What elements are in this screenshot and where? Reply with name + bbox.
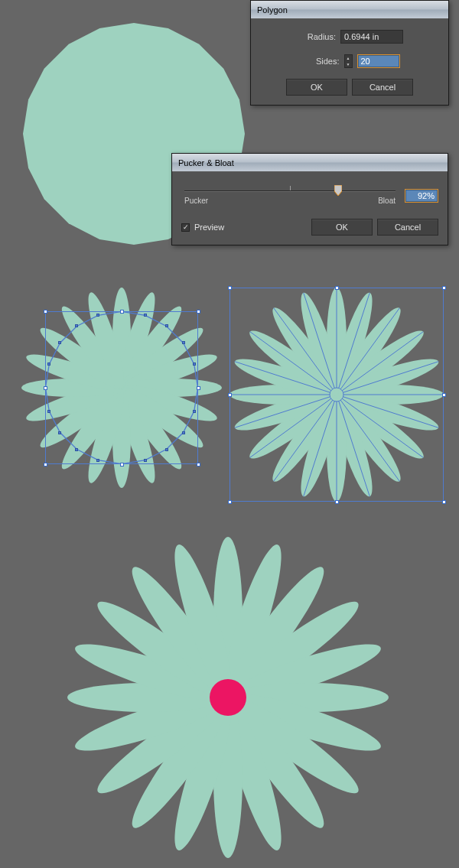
pucker-label: Pucker xyxy=(184,197,208,205)
sides-input[interactable] xyxy=(357,54,400,68)
dialog-titlebar[interactable]: Pucker & Bloat xyxy=(172,154,448,172)
selection-handle[interactable] xyxy=(44,310,47,314)
stepper-up-icon[interactable]: ▲ xyxy=(345,55,352,61)
cancel-button[interactable]: Cancel xyxy=(377,219,438,236)
selection-handle[interactable] xyxy=(228,500,232,504)
anchor-point[interactable] xyxy=(144,459,147,462)
pucker-bloat-dialog: Pucker & Bloat Pucker Bloat ✓ xyxy=(171,153,448,245)
anchor-point[interactable] xyxy=(44,386,47,389)
anchor-point[interactable] xyxy=(144,314,147,317)
anchor-point[interactable] xyxy=(120,463,123,466)
anchor-point[interactable] xyxy=(47,362,50,366)
selection-handle[interactable] xyxy=(228,286,232,290)
anchor-point[interactable] xyxy=(165,448,168,451)
bloat-label: Bloat xyxy=(378,197,396,205)
anchor-point[interactable] xyxy=(165,324,168,327)
anchor-point[interactable] xyxy=(193,410,196,413)
anchor-point[interactable] xyxy=(182,341,185,344)
radius-label: Radius: xyxy=(296,32,336,41)
anchor-point[interactable] xyxy=(47,410,50,413)
anchor-point[interactable] xyxy=(58,431,61,434)
selection-handle[interactable] xyxy=(197,463,200,467)
anchor-point[interactable] xyxy=(182,431,185,434)
anchor-point[interactable] xyxy=(75,324,78,327)
sides-stepper[interactable]: ▲ ▼ xyxy=(344,54,353,68)
stepper-down-icon[interactable]: ▼ xyxy=(345,61,352,67)
pucker-bloat-input[interactable] xyxy=(405,189,438,203)
dialog-title: Pucker & Bloat xyxy=(178,158,234,167)
anchor-point[interactable] xyxy=(58,341,61,344)
ok-button[interactable]: OK xyxy=(286,79,347,96)
cancel-button[interactable]: Cancel xyxy=(352,79,413,96)
slider-thumb[interactable] xyxy=(334,185,342,196)
flower-center xyxy=(210,679,246,716)
selection-handle[interactable] xyxy=(442,286,446,290)
dialog-title: Polygon xyxy=(257,5,288,15)
anchor-point[interactable] xyxy=(193,362,196,366)
flower-with-path-selection[interactable] xyxy=(230,288,444,502)
flower-with-polygon-selection[interactable] xyxy=(21,288,222,488)
anchor-point[interactable] xyxy=(120,310,123,313)
ok-button[interactable]: OK xyxy=(311,219,373,236)
preview-checkbox[interactable]: ✓ Preview xyxy=(181,223,224,232)
radius-input[interactable] xyxy=(340,30,403,44)
sides-label: Sides: xyxy=(300,57,340,66)
selection-handle[interactable] xyxy=(44,463,47,467)
anchor-point[interactable] xyxy=(197,386,200,389)
polygon-dialog: Polygon Radius: Sides: ▲ ▼ OK Cancel xyxy=(250,0,449,106)
slider-center-tick xyxy=(290,186,291,190)
anchor-point[interactable] xyxy=(96,314,99,317)
flower-with-center xyxy=(67,537,389,858)
anchor-point[interactable] xyxy=(75,448,78,451)
checkmark-icon: ✓ xyxy=(181,223,190,232)
anchor-point[interactable] xyxy=(96,459,99,462)
pucker-bloat-slider[interactable]: Pucker Bloat xyxy=(184,190,396,205)
selection-handle[interactable] xyxy=(197,310,200,314)
preview-label: Preview xyxy=(194,223,224,232)
dialog-titlebar[interactable]: Polygon xyxy=(251,1,448,19)
selection-handle[interactable] xyxy=(442,500,446,504)
